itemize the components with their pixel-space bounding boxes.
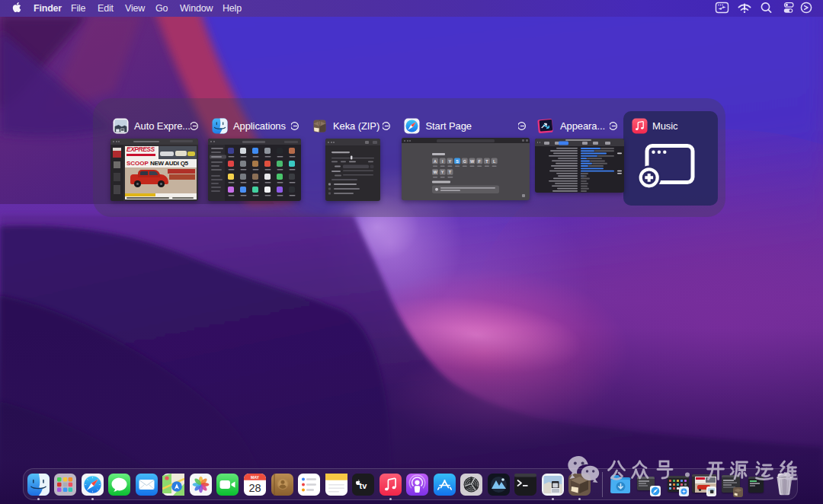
svg-text:A: A [434, 159, 437, 164]
svg-text:W: W [433, 170, 437, 174]
svg-text:MAY: MAY [251, 475, 260, 480]
svg-text:W: W [470, 159, 475, 164]
svg-text:Y: Y [449, 159, 452, 164]
svg-text:G: G [463, 159, 466, 164]
svg-text:tv: tv [360, 481, 368, 490]
svg-text:28: 28 [248, 482, 261, 494]
svg-text:Y: Y [441, 170, 444, 174]
svg-text:S: S [456, 159, 459, 164]
